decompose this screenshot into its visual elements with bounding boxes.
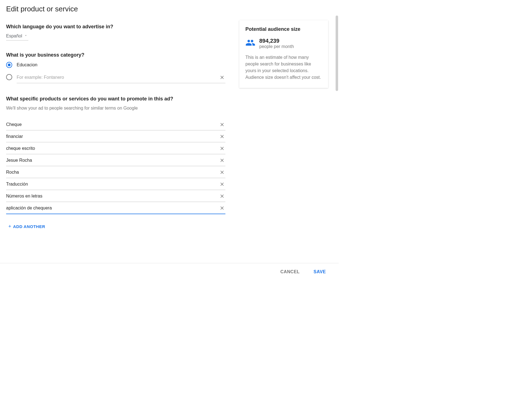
product-input[interactable]: [6, 122, 216, 128]
cancel-button[interactable]: CANCEL: [276, 267, 304, 277]
category-radio-selected[interactable]: [6, 62, 12, 68]
product-row: [6, 178, 225, 190]
product-row: [6, 202, 225, 214]
page-title: Edit product or service: [6, 5, 225, 13]
scrollbar-thumb[interactable]: [336, 16, 338, 91]
close-icon[interactable]: [219, 145, 225, 152]
category-input[interactable]: [17, 75, 216, 80]
close-icon[interactable]: [219, 181, 225, 188]
close-icon[interactable]: [219, 121, 225, 128]
close-icon[interactable]: [219, 193, 225, 199]
close-icon[interactable]: [219, 133, 225, 140]
close-icon[interactable]: [219, 74, 225, 81]
category-selected-label: Educacion: [17, 62, 37, 67]
product-input[interactable]: [6, 169, 216, 175]
product-row: [6, 166, 225, 178]
products-question: What specific products or services do yo…: [6, 96, 225, 102]
language-selected-value: Español: [6, 34, 22, 39]
audience-unit: people per month: [259, 44, 294, 49]
close-icon[interactable]: [219, 157, 225, 164]
category-radio-custom[interactable]: [6, 74, 12, 80]
language-select[interactable]: Español: [6, 34, 28, 41]
chevron-down-icon: [24, 34, 28, 39]
close-icon[interactable]: [219, 169, 225, 176]
product-input[interactable]: [6, 193, 216, 199]
product-row: [6, 130, 225, 142]
product-input[interactable]: [6, 133, 216, 140]
people-icon: [245, 38, 255, 49]
language-question: Which language do you want to advertise …: [6, 24, 225, 30]
product-list: [6, 118, 225, 214]
product-row: [6, 190, 225, 202]
product-input[interactable]: [6, 157, 216, 163]
audience-description: This is an estimate of how many people s…: [245, 54, 322, 81]
close-icon[interactable]: [219, 205, 225, 211]
add-another-button[interactable]: + ADD ANOTHER: [6, 224, 45, 229]
product-row: [6, 142, 225, 154]
audience-card: Potential audience size 894,239 people p…: [239, 20, 328, 88]
product-row: [6, 154, 225, 166]
footer-bar: CANCEL SAVE: [0, 263, 339, 280]
save-button[interactable]: SAVE: [309, 267, 330, 277]
products-subtext: We'll show your ad to people searching f…: [6, 106, 225, 111]
add-another-label: ADD ANOTHER: [13, 224, 45, 229]
product-row: [6, 118, 225, 130]
plus-icon: +: [8, 224, 11, 229]
product-input[interactable]: [6, 181, 216, 187]
audience-number: 894,239: [259, 38, 294, 44]
product-input[interactable]: [6, 145, 216, 151]
product-input[interactable]: [6, 205, 216, 211]
category-question: What is your business category?: [6, 52, 225, 58]
audience-card-title: Potential audience size: [245, 26, 322, 32]
